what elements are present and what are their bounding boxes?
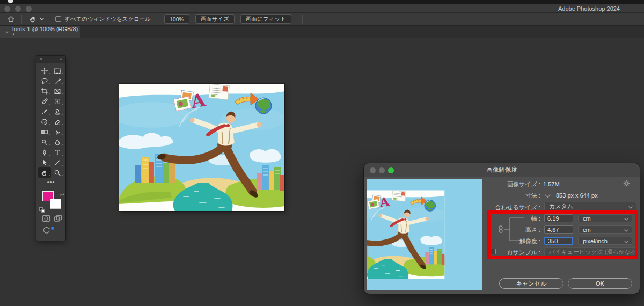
brush-tool-icon	[41, 108, 48, 115]
edit-toolbar-icon[interactable]: •••	[36, 179, 65, 185]
lasso-tool[interactable]	[38, 76, 51, 86]
resolution-unit-value: pixel/inch	[583, 238, 608, 244]
gradient-tool-icon	[41, 128, 48, 136]
width-input[interactable]	[544, 214, 573, 222]
separator	[50, 15, 50, 24]
sync-badge	[51, 227, 54, 230]
resolution-input[interactable]	[544, 237, 573, 245]
gradient-tool[interactable]	[38, 127, 51, 137]
hand-tool[interactable]	[38, 167, 51, 178]
dialog-title: 画像解像度	[486, 166, 517, 174]
image-preview[interactable]	[367, 179, 482, 290]
fit-to-select[interactable]: カスタム	[544, 202, 636, 211]
window-title: Adobe Photoshop 2024	[558, 5, 620, 12]
zoom-100-button[interactable]: 100%	[164, 14, 189, 24]
tab-title: fonts-1 @ 100% (RGB/8) *	[12, 26, 80, 39]
home-icon[interactable]	[5, 14, 17, 25]
document-tab-bar: × fonts-1 @ 100% (RGB/8) *	[0, 26, 644, 38]
marquee-tool[interactable]	[51, 65, 64, 76]
dodge-tool[interactable]	[38, 137, 51, 147]
dimensions-chevron-icon[interactable]	[545, 193, 551, 199]
lasso-tool-icon	[41, 77, 48, 85]
smudge-tool[interactable]	[51, 127, 64, 137]
preview-image	[367, 179, 482, 290]
screen-size-button[interactable]: 画面サイズ	[195, 14, 235, 24]
chevron-down-icon	[624, 215, 628, 222]
frame-tool-icon	[54, 88, 61, 95]
quick-select-tool[interactable]	[51, 76, 64, 86]
zoom-tool-icon	[54, 169, 61, 177]
resample-method-value: バイキュービック法 (滑らかなグラデーシ…	[549, 248, 636, 256]
ok-button[interactable]: OK	[568, 278, 632, 289]
dialog-minimize-button[interactable]	[379, 167, 385, 173]
quick-mask-icon[interactable]	[42, 215, 50, 224]
pen-tool[interactable]	[38, 147, 51, 157]
frame-tool[interactable]	[51, 86, 64, 96]
dialog-zoom-button[interactable]	[388, 167, 394, 173]
tools-panel-header: × «	[36, 56, 65, 63]
document-canvas[interactable]	[119, 84, 284, 211]
height-unit-select[interactable]: cm	[578, 225, 632, 234]
panel-collapse-icon[interactable]: «	[60, 56, 62, 63]
dimensions-value: 853 px x 644 px	[556, 192, 598, 199]
separator	[159, 15, 159, 24]
eyedropper-tool[interactable]	[38, 96, 51, 106]
height-input[interactable]	[544, 225, 573, 234]
background-color-swatch[interactable]	[50, 199, 61, 209]
sync-icon[interactable]	[42, 226, 51, 237]
scroll-all-windows-checkbox[interactable]	[55, 16, 61, 22]
blur-tool-icon	[54, 139, 61, 146]
menu-bar-partial-glyph	[8, 0, 13, 3]
type-tool[interactable]	[51, 147, 64, 157]
resample-method-select: バイキュービック法 (滑らかなグラデーシ…	[544, 247, 636, 256]
chevron-down-icon	[624, 238, 628, 244]
pen-tool-icon	[41, 149, 48, 156]
swap-colors-icon[interactable]	[59, 190, 64, 200]
chevron-down-icon	[628, 249, 633, 255]
menu-bar-strip	[0, 0, 644, 4]
tab-close-icon[interactable]: ×	[5, 30, 9, 35]
screen-mode-icon[interactable]	[54, 215, 62, 224]
eyedropper-tool-icon	[41, 98, 48, 105]
window-minimize-button[interactable]	[15, 6, 21, 12]
history-brush-tool-icon	[41, 118, 48, 126]
dodge-tool-icon	[41, 139, 48, 146]
dimensions-label: 寸法 :	[525, 192, 540, 199]
brush-tool[interactable]	[38, 106, 51, 116]
line-tool[interactable]	[51, 157, 64, 167]
crop-tool[interactable]	[38, 86, 51, 96]
width-unit-select[interactable]: cm	[578, 214, 632, 222]
move-tool[interactable]	[38, 65, 51, 76]
healing-tool[interactable]	[51, 96, 64, 106]
window-title-bar: Adobe Photoshop 2024	[0, 4, 644, 13]
eraser-tool[interactable]	[51, 116, 64, 127]
document-tab[interactable]: × fonts-1 @ 100% (RGB/8) *	[0, 26, 80, 38]
fit-screen-button[interactable]: 画面にフィット	[240, 14, 291, 24]
height-label: 高さ :	[525, 226, 540, 234]
panel-close-icon[interactable]: ×	[40, 56, 42, 63]
clone-stamp-tool-icon	[54, 108, 61, 115]
chevron-down-icon	[624, 227, 628, 233]
crop-tool-icon	[41, 88, 48, 95]
image-size-dialog: 画像解像度 画像サイズ : 1.57M 寸法 : 853 px x 644 px…	[364, 163, 640, 294]
window-zoom-button[interactable]	[26, 6, 32, 12]
gear-icon[interactable]	[623, 180, 630, 188]
resample-checkbox[interactable]	[490, 249, 496, 254]
default-colors-icon[interactable]	[39, 207, 45, 213]
chevron-down-icon[interactable]	[39, 14, 45, 25]
history-brush-tool[interactable]	[38, 116, 51, 127]
blur-tool[interactable]	[51, 137, 64, 147]
eraser-tool-icon	[54, 118, 61, 126]
path-select-tool[interactable]	[38, 157, 51, 167]
fit-to-label: 合わせるサイズ :	[495, 203, 540, 211]
resolution-unit-select[interactable]: pixel/inch	[578, 237, 632, 245]
path-select-tool-icon	[41, 159, 48, 166]
cancel-button[interactable]: キャンセル	[499, 278, 564, 289]
clone-stamp-tool[interactable]	[51, 106, 64, 116]
type-tool-icon	[54, 149, 61, 156]
hand-tool-icon[interactable]	[27, 14, 39, 25]
dialog-close-button[interactable]	[370, 167, 376, 173]
window-close-button[interactable]	[4, 6, 10, 12]
zoom-tool[interactable]	[51, 167, 64, 178]
line-tool-icon	[54, 159, 61, 166]
